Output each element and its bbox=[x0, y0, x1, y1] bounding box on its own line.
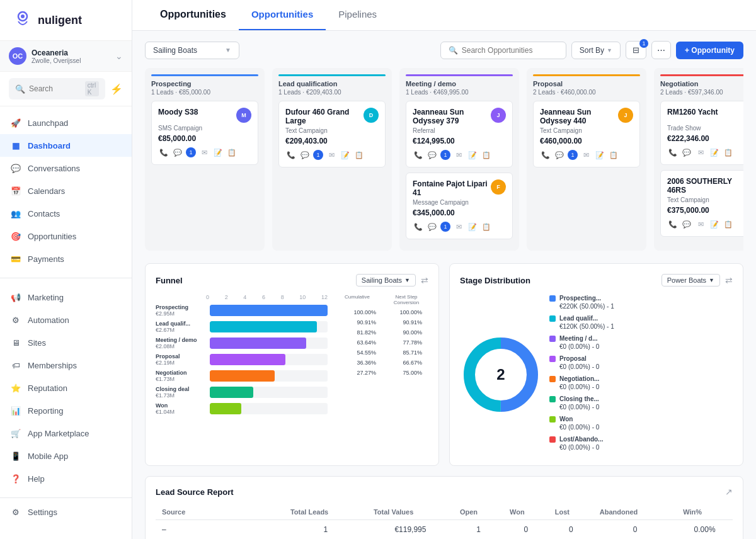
funnel-pipeline-label: Sailing Boats bbox=[362, 276, 402, 284]
phone-icon[interactable]: 📞 bbox=[285, 149, 297, 161]
tab-opportunities[interactable]: Opportunities bbox=[239, 0, 326, 30]
cell-source: – bbox=[156, 520, 284, 540]
more-button[interactable]: ⋯ bbox=[651, 41, 671, 59]
note-icon[interactable]: 📝 bbox=[709, 147, 720, 158]
task-icon[interactable]: 📋 bbox=[353, 149, 365, 161]
col-header: Prospecting 1 Leads · €85,000.00 bbox=[151, 80, 258, 96]
note-icon[interactable]: 📝 bbox=[594, 149, 605, 161]
search-wrap[interactable]: 🔍 ctrl K bbox=[9, 78, 105, 99]
sms-icon[interactable]: 💬 bbox=[427, 221, 438, 232]
filter-button[interactable]: ⊟ 1 bbox=[626, 41, 646, 59]
sms-icon[interactable]: 💬 bbox=[681, 218, 692, 230]
dist-pipeline-select[interactable]: Power Boats ▼ bbox=[662, 274, 720, 287]
email-icon[interactable]: ✉ bbox=[326, 149, 337, 161]
sidebar-item-automation[interactable]: ⚙ Automation bbox=[0, 309, 132, 331]
task-icon[interactable]: 📋 bbox=[723, 147, 734, 158]
donut-chart: 2 bbox=[460, 334, 542, 416]
sidebar-item-conversations[interactable]: 💬 Conversations bbox=[0, 157, 132, 179]
task-icon[interactable]: 📋 bbox=[481, 149, 492, 161]
card-header: Moody S38 M bbox=[158, 108, 251, 123]
cell-abandoned: 0 bbox=[593, 520, 677, 540]
export-icon[interactable]: ↗ bbox=[725, 487, 733, 497]
table-row[interactable]: Jeanneau Sun Odyssey 440 J Text Campaign… bbox=[533, 101, 640, 167]
note-icon[interactable]: 📝 bbox=[467, 149, 478, 161]
sms-icon[interactable]: 💬 bbox=[427, 149, 438, 161]
email-icon[interactable]: ✉ bbox=[695, 218, 706, 230]
sidebar-item-label: Conversations bbox=[28, 164, 80, 173]
sort-button[interactable]: Sort By ▼ bbox=[571, 42, 621, 59]
sidebar-item-contacts[interactable]: 👥 Contacts bbox=[0, 202, 132, 225]
funnel-title: Funnel bbox=[156, 276, 183, 285]
sidebar-item-settings[interactable]: ⚙ Settings bbox=[0, 501, 132, 523]
search-icon: 🔍 bbox=[15, 84, 25, 94]
sms-icon[interactable]: 💬 bbox=[681, 147, 692, 158]
more-icon: ⋯ bbox=[657, 45, 665, 55]
search-input[interactable] bbox=[29, 84, 81, 93]
card-amount: €460,000.00 bbox=[540, 137, 633, 145]
note-icon[interactable]: 📝 bbox=[709, 218, 720, 230]
add-opportunity-button[interactable]: + Opportunity bbox=[676, 42, 743, 59]
card-header: Jeanneau Sun Odyssey 440 J bbox=[540, 108, 633, 125]
sms-icon[interactable]: 💬 bbox=[172, 147, 183, 158]
phone-icon[interactable]: 📞 bbox=[667, 218, 679, 230]
phone-icon[interactable]: 📞 bbox=[158, 147, 169, 158]
col-meta: 1 Leads · €469,995.00 bbox=[406, 89, 513, 96]
logo-icon bbox=[13, 10, 33, 30]
sidebar-item-mobile-app[interactable]: 📱 Mobile App bbox=[0, 445, 132, 467]
task-icon[interactable]: 📋 bbox=[723, 218, 734, 230]
table-row[interactable]: Dufour 460 Grand Large D Text Campaign €… bbox=[278, 101, 386, 167]
list-item: 63.64%77.78% bbox=[335, 339, 428, 346]
table-row[interactable]: RM1260 Yacht R Trade Show €222,346.00 📞 … bbox=[660, 101, 743, 165]
sms-icon[interactable]: 💬 bbox=[299, 149, 311, 161]
table-row[interactable]: Fontaine Pajot Lipari 41 F Message Campa… bbox=[406, 173, 513, 239]
marketplace-icon: 🛒 bbox=[10, 428, 21, 439]
th-win-pct: Win% bbox=[677, 504, 733, 520]
task-icon[interactable]: 📋 bbox=[481, 221, 492, 232]
pipeline-select[interactable]: Sailing Boats ▼ bbox=[145, 42, 239, 59]
sms-icon[interactable]: 💬 bbox=[554, 149, 565, 161]
account-selector[interactable]: OC Oceaneria Zwolle, Overijssel ⌄ bbox=[0, 41, 132, 72]
email-icon[interactable]: ✉ bbox=[580, 149, 592, 161]
filter-icon[interactable]: ⇄ bbox=[725, 275, 733, 285]
table-row[interactable]: 2006 SOUTHERLY 46RS 2 Text Campaign €375… bbox=[660, 170, 743, 237]
col-meta: 2 Leads · €597,346.00 bbox=[660, 89, 743, 96]
sidebar-item-label: Sites bbox=[28, 338, 46, 348]
sidebar-item-help[interactable]: ❓ Help bbox=[0, 467, 132, 490]
note-icon[interactable]: 📝 bbox=[212, 147, 224, 158]
email-icon[interactable]: ✉ bbox=[453, 149, 464, 161]
th-won: Won bbox=[503, 504, 549, 520]
task-icon[interactable]: 📋 bbox=[226, 147, 238, 158]
phone-icon[interactable]: 📞 bbox=[413, 221, 424, 232]
note-icon[interactable]: 📝 bbox=[340, 149, 351, 161]
sidebar-item-label: App Marketplace bbox=[28, 429, 89, 438]
sidebar-item-marketing[interactable]: 📢 Marketing bbox=[0, 286, 132, 309]
email-icon[interactable]: ✉ bbox=[453, 221, 464, 232]
tab-pipelines[interactable]: Pipelines bbox=[326, 0, 389, 30]
chat-icon: 💬 bbox=[10, 162, 21, 174]
sidebar-item-sites[interactable]: 🖥 Sites bbox=[0, 331, 132, 354]
search-opportunities[interactable]: 🔍 bbox=[440, 42, 566, 59]
sidebar-item-memberships[interactable]: 🏷 Memberships bbox=[0, 354, 132, 377]
search-opps-input[interactable] bbox=[462, 46, 558, 55]
phone-icon[interactable]: 📞 bbox=[667, 147, 679, 158]
sidebar-item-calendars[interactable]: 📅 Calendars bbox=[0, 179, 132, 202]
sidebar-item-opportunities[interactable]: 🎯 Opportunities bbox=[0, 225, 132, 247]
sidebar-item-dashboard[interactable]: ▦ Dashboard bbox=[0, 134, 132, 157]
sidebar-item-reporting[interactable]: 📊 Reporting bbox=[0, 399, 132, 422]
sidebar-item-app-marketplace[interactable]: 🛒 App Marketplace bbox=[0, 422, 132, 445]
account-name: Oceaneria bbox=[32, 48, 110, 57]
phone-icon[interactable]: 📞 bbox=[413, 149, 424, 161]
email-icon[interactable]: ✉ bbox=[695, 147, 706, 158]
phone-icon[interactable]: 📞 bbox=[540, 149, 551, 161]
funnel-pipeline-select[interactable]: Sailing Boats ▼ bbox=[356, 274, 416, 287]
sidebar-item-reputation[interactable]: ⭐ Reputation bbox=[0, 377, 132, 399]
table-row[interactable]: Jeanneau Sun Odyssey 379 J Referral €124… bbox=[406, 101, 513, 167]
sidebar-item-launchpad[interactable]: 🚀 Launchpad bbox=[0, 111, 132, 134]
note-icon[interactable]: 📝 bbox=[467, 221, 478, 232]
table-row[interactable]: Moody S38 M SMS Campaign €85,000.00 📞 💬 … bbox=[151, 101, 258, 165]
sidebar-item-payments[interactable]: 💳 Payments bbox=[0, 247, 132, 270]
col-title: Meeting / demo bbox=[406, 80, 513, 88]
task-icon[interactable]: 📋 bbox=[608, 149, 619, 161]
filter-icon[interactable]: ⇄ bbox=[421, 275, 428, 285]
email-icon[interactable]: ✉ bbox=[198, 147, 210, 158]
